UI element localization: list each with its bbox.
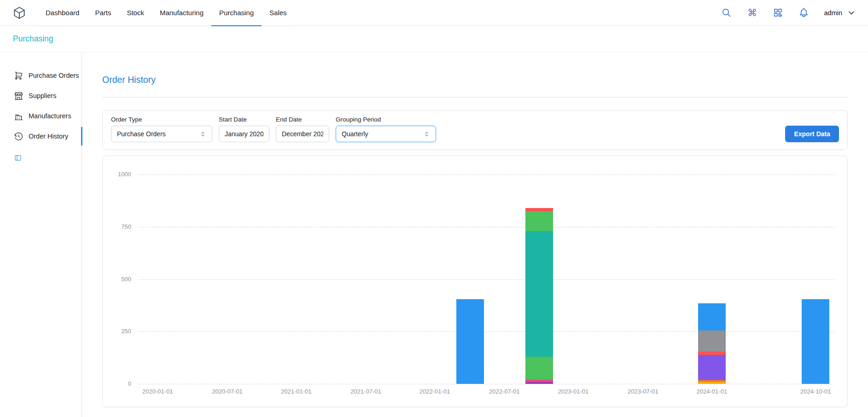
y-axis-tick-label: 0 (106, 380, 131, 387)
grouping-period-select[interactable]: Quarterly (336, 126, 436, 142)
building-store-icon (14, 91, 23, 101)
x-axis-tick-label: 2020-01-01 (128, 388, 187, 395)
tab-sales[interactable]: Sales (262, 0, 295, 26)
stacked-bar-2024-01-01 (698, 303, 726, 384)
order-type-value: Purchase Orders (117, 130, 166, 138)
order-history-chart-card: 025050075010002020-01-012020-07-012021-0… (102, 156, 848, 407)
gridline (138, 279, 834, 280)
bar-segment (525, 208, 553, 211)
sidebar-item-label: Purchase Orders (29, 72, 79, 79)
username-label: admin (824, 9, 843, 17)
divider (102, 97, 848, 98)
end-date-label: End Date (276, 116, 329, 123)
grouping-period-label: Grouping Period (336, 116, 436, 123)
history-clock-icon (14, 132, 23, 141)
bar-segment (525, 231, 553, 357)
stacked-bar-2022-04-01 (456, 299, 484, 384)
start-date-input[interactable] (219, 126, 269, 142)
tab-dashboard[interactable]: Dashboard (38, 0, 87, 26)
sidebar-item-purchase-orders[interactable]: Purchase Orders (0, 65, 82, 86)
search-icon[interactable] (721, 7, 732, 18)
order-history-panel: Order History Order Type Purchase Orders… (82, 52, 868, 417)
app-logo-icon[interactable] (12, 5, 28, 21)
qr-code-icon[interactable] (773, 7, 784, 18)
bar-segment (525, 357, 553, 380)
sidebar-item-label: Suppliers (29, 92, 56, 99)
bar-segment (525, 382, 553, 384)
gridline (138, 227, 834, 227)
grouping-period-value: Quarterly (342, 130, 368, 138)
bar-segment (698, 352, 726, 355)
top-navbar: Dashboard Parts Stock Manufacturing Purc… (0, 0, 868, 26)
tab-purchasing[interactable]: Purchasing (211, 0, 262, 26)
purchasing-sidebar: Purchase Orders Suppliers Manufacturers … (0, 52, 82, 417)
main-nav-tabs: Dashboard Parts Stock Manufacturing Purc… (38, 0, 295, 26)
order-type-label: Order Type (111, 116, 212, 123)
sidebar-item-label: Manufacturers (29, 112, 71, 120)
bar-segment (525, 211, 553, 231)
page-title: Order History (102, 75, 848, 85)
sidebar-item-order-history[interactable]: Order History (0, 126, 82, 146)
filter-toolbar: Order Type Purchase Orders Start Date En… (102, 110, 848, 150)
end-date-input[interactable] (276, 126, 329, 142)
order-history-chart: 025050075010002020-01-012020-07-012021-0… (138, 174, 834, 384)
gridline (138, 331, 834, 332)
bar-segment (698, 382, 726, 384)
end-date-field: End Date (276, 116, 329, 142)
gridline (138, 174, 834, 175)
chevron-down-icon (847, 8, 856, 17)
order-type-select[interactable]: Purchase Orders (111, 126, 212, 142)
bar-segment (698, 330, 726, 352)
tab-manufacturing[interactable]: Manufacturing (152, 0, 211, 26)
bar-segment (698, 355, 726, 380)
chevron-up-down-icon (199, 131, 206, 138)
bar-segment (456, 299, 484, 384)
sidebar-item-suppliers[interactable]: Suppliers (0, 86, 82, 106)
navbar-actions: ⌘ admin (721, 7, 856, 18)
start-date-field: Start Date (219, 116, 269, 142)
collapse-sidebar-icon[interactable] (14, 154, 23, 163)
x-axis-tick-label: 2021-07-01 (336, 388, 396, 395)
breadcrumb: Purchasing (0, 26, 868, 52)
tab-stock[interactable]: Stock (119, 0, 152, 26)
notifications-bell-icon[interactable] (798, 7, 810, 18)
x-axis-tick-label: 2024-10-01 (786, 388, 845, 395)
x-axis-tick-label: 2023-01-01 (543, 388, 603, 395)
tab-parts[interactable]: Parts (87, 0, 119, 26)
user-menu[interactable]: admin (824, 8, 856, 17)
stacked-bar-2024-10-01 (802, 299, 829, 384)
x-axis-tick-label: 2023-07-01 (613, 388, 673, 395)
y-axis-tick-label: 500 (106, 276, 131, 283)
command-palette-icon[interactable]: ⌘ (747, 7, 758, 18)
x-axis-tick-label: 2022-07-01 (474, 388, 534, 395)
chevron-up-down-icon (423, 131, 430, 138)
stacked-bar-2022-10-01 (525, 208, 553, 384)
export-data-button[interactable]: Export Data (785, 126, 839, 142)
sidebar-item-label: Order History (29, 133, 68, 140)
sidebar-item-manufacturers[interactable]: Manufacturers (0, 106, 82, 126)
building-factory-icon (14, 111, 23, 121)
breadcrumb-purchasing-link[interactable]: Purchasing (13, 34, 53, 44)
y-axis-tick-label: 1000 (106, 171, 131, 178)
order-type-field: Order Type Purchase Orders (111, 116, 212, 142)
x-axis-tick-label: 2021-01-01 (266, 388, 326, 395)
x-axis-tick-label: 2024-01-01 (682, 388, 742, 395)
bar-segment (802, 299, 829, 384)
start-date-label: Start Date (219, 116, 269, 123)
y-axis-tick-label: 750 (106, 223, 131, 230)
x-axis-tick-label: 2020-07-01 (198, 388, 257, 395)
y-axis-tick-label: 250 (106, 328, 131, 335)
gridline (138, 384, 834, 384)
bar-segment (698, 303, 726, 330)
shopping-cart-icon (14, 71, 23, 81)
grouping-period-field: Grouping Period Quarterly (336, 116, 436, 142)
x-axis-tick-label: 2022-01-01 (405, 388, 465, 395)
